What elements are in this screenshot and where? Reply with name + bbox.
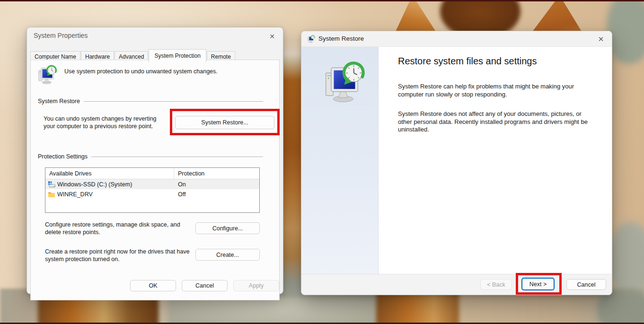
wizard-paragraph-1: System Restore can help fix problems tha… (398, 83, 590, 98)
table-row-winre-drv[interactable]: WINRE_DRV Off (45, 189, 259, 199)
system-restore-titlebar-icon (307, 35, 315, 43)
next-button[interactable]: Next > (521, 278, 555, 290)
system-restore-titlebar[interactable]: System Restore ✕ (301, 31, 612, 47)
column-header-available-drives[interactable]: Available Drives (45, 168, 174, 179)
table-row-windows-ssd[interactable]: Windows-SSD (C:) (System) On (45, 179, 259, 189)
table-header-row[interactable]: Available Drives Protection (45, 168, 259, 179)
folder-icon (48, 191, 55, 198)
group-rule (84, 101, 263, 102)
group-rule (91, 157, 263, 157)
drive-name: Windows-SSD (C:) (System) (57, 181, 132, 188)
system-restore-group-label: System Restore (38, 98, 80, 105)
rock-right (609, 222, 644, 298)
system-restore-text: You can undo system changes by reverting… (44, 115, 166, 130)
system-restore-button[interactable]: System Restore... (175, 116, 274, 129)
drive-name: WINRE_DRV (57, 191, 93, 198)
wizard-heading: Restore system files and settings (398, 56, 537, 67)
configure-text: Configure restore settings, manage disk … (45, 221, 195, 236)
system-restore-large-icon (323, 61, 366, 104)
close-icon[interactable]: ✕ (595, 34, 607, 45)
protection-status: Off (174, 191, 259, 198)
top-dark-strip (0, 0, 644, 1)
column-header-protection[interactable]: Protection (174, 170, 259, 177)
system-restore-group-header: System Restore (38, 98, 263, 105)
ok-button[interactable]: OK (130, 280, 176, 291)
create-text: Create a restore point right now for the… (45, 248, 195, 263)
system-restore-title: System Restore (318, 35, 364, 42)
apply-button[interactable]: Apply (233, 280, 279, 291)
tab-description: Use system protection to undo unwanted s… (64, 68, 218, 75)
configure-button[interactable]: Configure... (195, 222, 260, 234)
wizard-paragraph-2: System Restore does not affect any of yo… (398, 110, 590, 134)
close-icon[interactable]: ✕ (266, 31, 278, 42)
cancel-button[interactable]: Cancel (182, 280, 228, 291)
system-properties-dialog: System Properties ✕ Computer Name Hardwa… (26, 27, 283, 294)
protection-status: On (174, 181, 259, 188)
back-button[interactable]: < Back (480, 279, 512, 290)
wizard-cancel-button[interactable]: Cancel (566, 279, 606, 290)
protection-settings-table: Available Drives Protection Windows-SSD … (45, 167, 260, 213)
system-properties-titlebar[interactable]: System Properties ✕ (27, 27, 283, 46)
system-drive-icon (48, 181, 55, 188)
system-protection-tab-page: Use system protection to undo unwanted s… (30, 60, 280, 300)
protection-settings-group-header: Protection Settings (38, 153, 263, 160)
wizard-footer (301, 274, 612, 295)
tab-system-protection[interactable]: System Protection (149, 49, 206, 62)
screenshot-stage: System Properties ✕ Computer Name Hardwa… (0, 0, 644, 324)
wizard-side-panel (301, 47, 379, 274)
system-restore-dialog: System Restore ✕ Restore system files an… (301, 31, 612, 295)
create-button[interactable]: Create... (195, 249, 260, 261)
system-protection-icon (37, 65, 57, 85)
system-properties-title: System Properties (34, 32, 88, 39)
protection-settings-group-label: Protection Settings (38, 153, 88, 160)
